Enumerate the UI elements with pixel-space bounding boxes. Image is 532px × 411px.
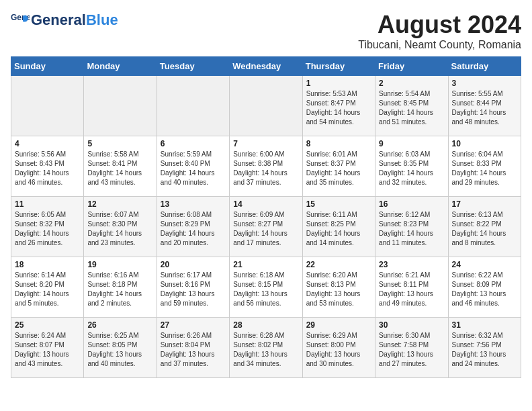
day-info: Sunrise: 6:26 AM Sunset: 8:04 PM Dayligh… [161,331,226,369]
logo-general-text: General [31,11,86,28]
day-info: Sunrise: 6:03 AM Sunset: 8:35 PM Dayligh… [379,150,444,187]
day-info: Sunrise: 6:01 AM Sunset: 8:37 PM Dayligh… [306,150,371,187]
calendar-cell: 16Sunrise: 6:12 AM Sunset: 8:23 PM Dayli… [375,197,448,257]
header-day-thursday: Thursday [302,57,375,76]
calendar-cell: 23Sunrise: 6:21 AM Sunset: 8:11 PM Dayli… [375,257,448,318]
day-info: Sunrise: 6:25 AM Sunset: 8:05 PM Dayligh… [87,331,152,369]
day-info: Sunrise: 6:13 AM Sunset: 8:22 PM Dayligh… [452,210,517,248]
day-number: 8 [306,139,371,148]
calendar-cell: 27Sunrise: 6:26 AM Sunset: 8:04 PM Dayli… [157,318,229,378]
calendar-cell: 25Sunrise: 6:24 AM Sunset: 8:07 PM Dayli… [11,318,84,378]
header-day-friday: Friday [375,57,448,76]
day-number: 17 [452,199,517,209]
day-info: Sunrise: 5:55 AM Sunset: 8:44 PM Dayligh… [452,89,517,127]
day-info: Sunrise: 6:14 AM Sunset: 8:20 PM Dayligh… [15,271,80,308]
calendar-cell: 2Sunrise: 5:54 AM Sunset: 8:45 PM Daylig… [375,76,448,136]
day-info: Sunrise: 6:17 AM Sunset: 8:16 PM Dayligh… [161,271,226,308]
calendar-cell [157,76,229,136]
day-info: Sunrise: 6:29 AM Sunset: 8:00 PM Dayligh… [306,331,371,369]
week-row-4: 18Sunrise: 6:14 AM Sunset: 8:20 PM Dayli… [11,257,521,318]
day-number: 6 [161,139,226,148]
calendar-cell: 1Sunrise: 5:53 AM Sunset: 8:47 PM Daylig… [302,76,375,136]
day-info: Sunrise: 6:20 AM Sunset: 8:13 PM Dayligh… [306,271,371,308]
header-day-saturday: Saturday [448,57,521,76]
day-number: 31 [452,320,517,330]
calendar-cell: 3Sunrise: 5:55 AM Sunset: 8:44 PM Daylig… [448,76,521,136]
calendar-cell: 31Sunrise: 6:32 AM Sunset: 7:56 PM Dayli… [448,318,521,378]
calendar-cell: 11Sunrise: 6:05 AM Sunset: 8:32 PM Dayli… [11,197,84,257]
logo-blue-text: Blue [86,11,118,28]
day-number: 19 [87,260,152,269]
day-info: Sunrise: 6:07 AM Sunset: 8:30 PM Dayligh… [87,210,152,248]
day-number: 5 [87,139,152,148]
day-info: Sunrise: 6:28 AM Sunset: 8:02 PM Dayligh… [233,331,298,369]
week-row-1: 1Sunrise: 5:53 AM Sunset: 8:47 PM Daylig… [11,76,521,136]
logo: General GeneralBlue [11,11,118,30]
day-number: 21 [233,260,298,269]
calendar-cell: 7Sunrise: 6:00 AM Sunset: 8:38 PM Daylig… [230,136,302,197]
day-number: 14 [233,199,298,209]
day-info: Sunrise: 5:53 AM Sunset: 8:47 PM Dayligh… [306,89,371,127]
day-number: 11 [15,199,80,209]
day-number: 23 [379,260,444,269]
header-day-monday: Monday [84,57,157,76]
calendar-table: SundayMondayTuesdayWednesdayThursdayFrid… [11,56,521,378]
day-info: Sunrise: 6:04 AM Sunset: 8:33 PM Dayligh… [452,150,517,187]
calendar-cell: 17Sunrise: 6:13 AM Sunset: 8:22 PM Dayli… [448,197,521,257]
calendar-cell: 12Sunrise: 6:07 AM Sunset: 8:30 PM Dayli… [84,197,157,257]
calendar-cell [11,76,84,136]
calendar-cell [84,76,157,136]
main-title: August 2024 [358,11,521,39]
day-number: 29 [306,320,371,330]
day-number: 9 [379,139,444,148]
day-info: Sunrise: 6:30 AM Sunset: 7:58 PM Dayligh… [379,331,444,369]
day-info: Sunrise: 6:16 AM Sunset: 8:18 PM Dayligh… [87,271,152,308]
day-number: 30 [379,320,444,330]
calendar-cell: 10Sunrise: 6:04 AM Sunset: 8:33 PM Dayli… [448,136,521,197]
day-info: Sunrise: 6:12 AM Sunset: 8:23 PM Dayligh… [379,210,444,248]
calendar-cell: 13Sunrise: 6:08 AM Sunset: 8:29 PM Dayli… [157,197,229,257]
day-info: Sunrise: 6:09 AM Sunset: 8:27 PM Dayligh… [233,210,298,248]
day-number: 18 [15,260,80,269]
header-day-sunday: Sunday [11,57,84,76]
day-info: Sunrise: 6:22 AM Sunset: 8:09 PM Dayligh… [452,271,517,308]
day-info: Sunrise: 6:24 AM Sunset: 8:07 PM Dayligh… [15,331,80,369]
calendar-cell: 18Sunrise: 6:14 AM Sunset: 8:20 PM Dayli… [11,257,84,318]
day-number: 28 [233,320,298,330]
logo-icon: General [11,11,30,30]
calendar-cell: 5Sunrise: 5:58 AM Sunset: 8:41 PM Daylig… [84,136,157,197]
calendar-cell [230,76,302,136]
calendar-cell: 9Sunrise: 6:03 AM Sunset: 8:35 PM Daylig… [375,136,448,197]
calendar-cell: 30Sunrise: 6:30 AM Sunset: 7:58 PM Dayli… [375,318,448,378]
day-info: Sunrise: 6:05 AM Sunset: 8:32 PM Dayligh… [15,210,80,248]
week-row-2: 4Sunrise: 5:56 AM Sunset: 8:43 PM Daylig… [11,136,521,197]
calendar-cell: 20Sunrise: 6:17 AM Sunset: 8:16 PM Dayli… [157,257,229,318]
day-info: Sunrise: 6:18 AM Sunset: 8:15 PM Dayligh… [233,271,298,308]
day-number: 26 [87,320,152,330]
day-number: 27 [161,320,226,330]
title-block: August 2024 Tibucani, Neamt County, Roma… [358,11,521,51]
day-info: Sunrise: 6:32 AM Sunset: 7:56 PM Dayligh… [452,331,517,369]
calendar-cell: 19Sunrise: 6:16 AM Sunset: 8:18 PM Dayli… [84,257,157,318]
day-number: 1 [306,79,371,88]
day-number: 7 [233,139,298,148]
day-info: Sunrise: 5:56 AM Sunset: 8:43 PM Dayligh… [15,150,80,187]
calendar-cell: 26Sunrise: 6:25 AM Sunset: 8:05 PM Dayli… [84,318,157,378]
day-info: Sunrise: 5:58 AM Sunset: 8:41 PM Dayligh… [87,150,152,187]
day-number: 16 [379,199,444,209]
day-number: 10 [452,139,517,148]
calendar-cell: 14Sunrise: 6:09 AM Sunset: 8:27 PM Dayli… [230,197,302,257]
header-day-wednesday: Wednesday [230,57,302,76]
calendar-cell: 8Sunrise: 6:01 AM Sunset: 8:37 PM Daylig… [302,136,375,197]
day-number: 15 [306,199,371,209]
day-info: Sunrise: 5:59 AM Sunset: 8:40 PM Dayligh… [161,150,226,187]
day-info: Sunrise: 6:00 AM Sunset: 8:38 PM Dayligh… [233,150,298,187]
calendar-cell: 24Sunrise: 6:22 AM Sunset: 8:09 PM Dayli… [448,257,521,318]
calendar-cell: 6Sunrise: 5:59 AM Sunset: 8:40 PM Daylig… [157,136,229,197]
day-number: 24 [452,260,517,269]
day-number: 3 [452,79,517,88]
subtitle: Tibucani, Neamt County, Romania [358,39,521,51]
day-number: 12 [87,199,152,209]
header-day-tuesday: Tuesday [157,57,229,76]
day-info: Sunrise: 6:08 AM Sunset: 8:29 PM Dayligh… [161,210,226,248]
